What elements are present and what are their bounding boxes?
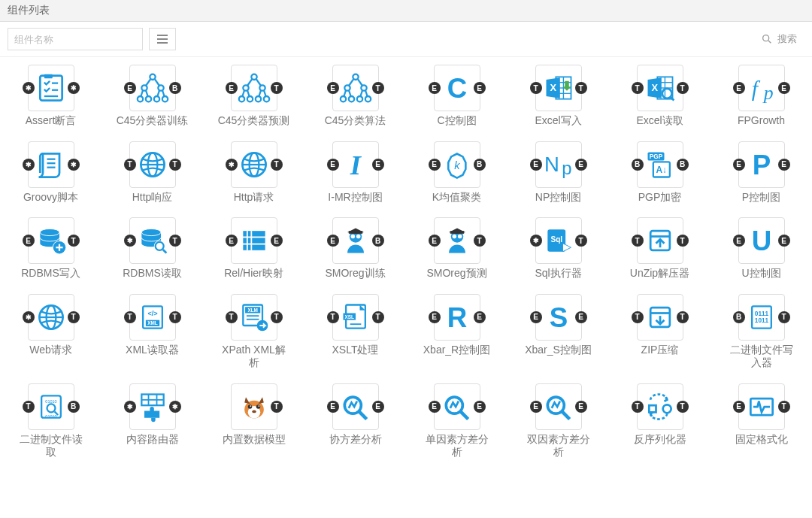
component-item[interactable]: NpEENP控制图 [508, 141, 609, 204]
port-left: E [429, 82, 441, 94]
svg-point-36 [340, 96, 345, 101]
component-tile[interactable]: EE [332, 383, 379, 430]
component-item[interactable]: fpEEFPGrowth [710, 65, 812, 128]
component-item[interactable]: XSLTTXSLT处理 [304, 294, 406, 370]
component-item[interactable]: kEBK均值聚类 [406, 141, 508, 204]
component-item[interactable]: TWeb请求 [0, 294, 102, 370]
component-tile[interactable]: ET [332, 65, 379, 111]
component-item[interactable]: 内容路由器 [102, 383, 203, 459]
component-tile[interactable]: ET [434, 217, 480, 264]
component-item[interactable]: TT反序列化器 [609, 383, 710, 459]
component-tile[interactable]: 01111011BT [738, 294, 785, 341]
component-tile[interactable] [28, 141, 74, 188]
component-tile[interactable]: ET [738, 383, 785, 430]
component-tile[interactable]: XSLTT [332, 294, 379, 341]
component-tile[interactable]: TT [637, 294, 683, 341]
component-item[interactable]: TRDBMS读取 [102, 217, 203, 280]
component-item[interactable]: XTTExcel读取 [609, 65, 710, 128]
component-tile[interactable]: EE [231, 217, 277, 264]
component-item[interactable]: </>XMLTTXML读取器 [102, 294, 203, 370]
component-tile[interactable]: TT [637, 383, 683, 430]
component-tile[interactable]: PEE [738, 141, 785, 188]
port-left [530, 235, 542, 247]
component-tile[interactable]: T [129, 217, 176, 264]
component-tile[interactable]: EE [535, 383, 582, 430]
component-tile[interactable]: REE [434, 294, 480, 341]
component-item[interactable]: TTUnZip解压器 [609, 217, 710, 280]
component-tile[interactable]: XLMTT [231, 294, 277, 341]
name-filter-input[interactable] [8, 28, 143, 50]
component-item[interactable]: CEEC控制图 [406, 65, 508, 128]
component-item[interactable]: Groovy脚本 [0, 141, 102, 204]
component-item[interactable]: PGPA↓BBPGP加密 [609, 141, 710, 204]
component-tile[interactable]: T [231, 141, 277, 188]
component-tile[interactable]: SEE [535, 294, 582, 341]
pgp-icon: PGPA↓ [644, 148, 677, 181]
component-item[interactable]: Assert断言 [0, 65, 102, 128]
component-tile[interactable]: EB [332, 217, 379, 264]
port-right: B [474, 159, 486, 171]
component-item[interactable]: 0101001010TB二进制文件读取 [0, 383, 102, 459]
component-item[interactable]: IEEI-MR控制图 [304, 141, 406, 204]
component-tile[interactable]: PGPA↓BB [637, 141, 683, 188]
component-item[interactable]: EBSMOreg训练 [304, 217, 406, 280]
component-tile[interactable]: ET [28, 217, 74, 264]
component-tile[interactable]: ET [231, 65, 277, 111]
search-label: 搜索 [777, 32, 797, 46]
component-item[interactable]: XLMTTXPath XML解析 [203, 294, 304, 370]
component-item[interactable]: 01111011BT二进制文件写入器 [710, 294, 812, 370]
component-item[interactable]: EE双因素方差分析 [508, 383, 609, 459]
component-tile[interactable]: TT [129, 141, 176, 188]
port-right: T [68, 235, 80, 247]
svg-marker-153 [244, 397, 250, 404]
component-tile[interactable]: XTT [535, 65, 582, 111]
component-item[interactable]: T内置数据模型 [203, 383, 304, 459]
port-left: T [632, 235, 644, 247]
component-tile[interactable]: UEE [738, 217, 785, 264]
component-item[interactable]: XTTExcel写入 [508, 65, 609, 128]
component-item[interactable]: ETC45分类器预测 [203, 65, 304, 128]
component-item[interactable]: TTHttp响应 [102, 141, 203, 204]
component-label: NP控制图 [535, 191, 581, 204]
component-tile[interactable] [28, 65, 74, 111]
component-item[interactable]: REEXbar_R控制图 [406, 294, 508, 370]
component-item[interactable]: EE协方差分析 [304, 383, 406, 459]
binfile-icon: 01111011 [745, 301, 778, 334]
component-tile[interactable]: CEE [434, 65, 480, 111]
category-select[interactable] [149, 28, 176, 50]
component-tile[interactable]: XTT [637, 65, 683, 111]
component-tile[interactable] [129, 383, 176, 430]
component-tile[interactable]: NpEE [535, 141, 582, 188]
xml-icon: </>XML [136, 301, 169, 334]
component-item[interactable]: EE单因素方差分析 [406, 383, 508, 459]
component-item[interactable]: EERel/Hier映射 [203, 217, 304, 280]
component-item[interactable]: SqlTSql执行器 [508, 217, 609, 280]
svg-point-108 [457, 235, 462, 239]
component-tile[interactable]: 0101001010TB [28, 383, 74, 430]
component-item[interactable]: ETRDBMS写入 [0, 217, 102, 280]
component-item[interactable]: ETSMOreg预测 [406, 217, 508, 280]
component-tile[interactable]: EB [129, 65, 176, 111]
component-tile[interactable]: IEE [332, 141, 379, 188]
component-item[interactable]: EBC45分类器训练 [102, 65, 203, 128]
component-label: Excel读取 [636, 114, 683, 128]
svg-point-13 [162, 96, 167, 101]
component-item[interactable]: ET固定格式化 [710, 383, 812, 459]
search-button[interactable]: 搜索 [761, 32, 804, 46]
component-item[interactable]: ETC45分类算法 [304, 65, 406, 128]
component-item[interactable]: TTZIP压缩 [609, 294, 710, 370]
port-left: B [733, 311, 745, 323]
component-label: Xbar_S控制图 [525, 344, 592, 357]
component-tile[interactable]: kEB [434, 141, 480, 188]
component-tile[interactable]: fpEE [738, 65, 785, 111]
component-tile[interactable]: T [231, 383, 277, 430]
component-tile[interactable]: SqlT [535, 217, 582, 264]
component-item[interactable]: THttp请求 [203, 141, 304, 204]
component-tile[interactable]: T [28, 294, 74, 341]
component-tile[interactable]: EE [434, 383, 480, 430]
component-item[interactable]: PEEP控制图 [710, 141, 812, 204]
component-tile[interactable]: TT [637, 217, 683, 264]
component-item[interactable]: UEEU控制图 [710, 217, 812, 280]
component-tile[interactable]: </>XMLTT [129, 294, 176, 341]
component-item[interactable]: SEEXbar_S控制图 [508, 294, 609, 370]
